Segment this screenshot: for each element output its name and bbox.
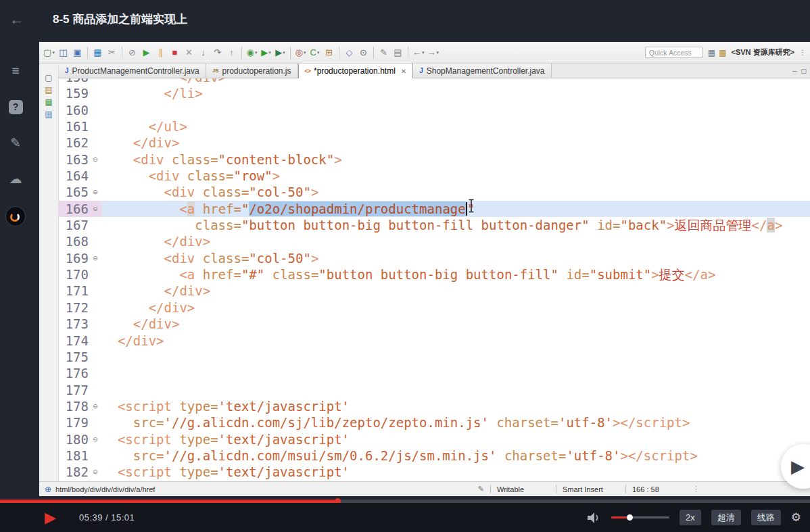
new-wizard-icon[interactable]: ▢▾ xyxy=(42,45,56,61)
disconnect-icon[interactable]: ✕ xyxy=(182,45,196,61)
line-number: 168 xyxy=(59,233,89,249)
toolbar-separator xyxy=(373,47,374,59)
avatar[interactable] xyxy=(0,206,31,226)
code-line-172[interactable]: 172 </div> xyxy=(59,299,810,316)
skip-breakpoints-icon[interactable]: ⊘ xyxy=(125,45,139,61)
search-icon[interactable]: ⊙ xyxy=(356,45,371,61)
tab-label: *productoperation.html xyxy=(314,66,396,76)
line-number: 162 xyxy=(59,135,89,151)
code-line-182[interactable]: 182⊖ <script type='text/javascript' xyxy=(59,464,810,480)
quality-button[interactable]: 超清 xyxy=(711,510,741,525)
forward-history-icon[interactable]: →▾ xyxy=(426,45,441,61)
fold-marker-icon[interactable]: ⊖ xyxy=(89,398,102,414)
code-text: </div> xyxy=(102,299,810,316)
code-line-170[interactable]: 170 <a href="#" class="button button-big… xyxy=(59,266,810,283)
playback-speed-button[interactable]: 2x xyxy=(680,510,701,525)
save-icon[interactable]: ◫ xyxy=(56,45,70,61)
resume-icon[interactable]: ▶ xyxy=(139,45,153,61)
code-text: src='//g.alicdn.com/sj/lib/zepto/zepto.m… xyxy=(102,414,810,431)
status-overflow-icon[interactable]: ⋮ xyxy=(692,485,700,493)
tab-label: productoperation.js xyxy=(222,66,291,76)
minimize-icon[interactable]: ─ xyxy=(792,68,796,74)
step-return-icon[interactable]: ↑ xyxy=(224,45,239,61)
run-icon[interactable]: ▶▾ xyxy=(259,45,273,61)
code-line-177[interactable]: 177 xyxy=(59,382,810,398)
step-over-icon[interactable]: ↷ xyxy=(210,45,224,61)
fold-marker-icon[interactable]: ⊖ xyxy=(89,431,102,448)
volume-handle[interactable] xyxy=(627,514,633,521)
code-line-178[interactable]: 178⊖ <script type='text/javascript' xyxy=(59,398,810,414)
external-tools-icon[interactable]: ▶▾ xyxy=(273,45,287,61)
code-line-175[interactable]: 175 xyxy=(59,349,810,365)
play-button[interactable]: ▶ xyxy=(45,510,56,525)
code-line-174[interactable]: 174 </div> xyxy=(59,333,810,349)
settings-gear-icon[interactable]: ⚙ xyxy=(791,510,801,525)
code-line-176[interactable]: 176 xyxy=(59,365,810,381)
step-into-icon[interactable]: ↓ xyxy=(196,45,210,61)
code-line-173[interactable]: 173 </div> xyxy=(59,316,810,332)
cut-icon[interactable]: ✂ xyxy=(105,45,119,61)
back-history-icon[interactable]: ←▾ xyxy=(411,45,426,61)
code-line-164[interactable]: 164 <div class="row"> xyxy=(59,168,810,184)
fold-marker-icon[interactable]: ⊖ xyxy=(89,184,102,200)
debug-icon[interactable]: ◉▾ xyxy=(245,45,259,61)
perspective-label[interactable]: <SVN 资源库研究> xyxy=(731,47,794,57)
toolbar-right: ▦▩ <SVN 资源库研究> ⋮ xyxy=(645,42,806,63)
volume-icon[interactable] xyxy=(588,512,601,523)
fold-spacer xyxy=(89,217,102,233)
fold-marker-icon[interactable]: ⊖ xyxy=(89,464,102,480)
maximize-icon[interactable]: ▢ xyxy=(801,68,807,74)
code-line-171[interactable]: 171 </div> xyxy=(59,283,810,299)
cloud-icon[interactable]: ☁ xyxy=(0,170,31,187)
code-line-180[interactable]: 180⊖ <script type='text/javascript' xyxy=(59,431,810,448)
code-line-163[interactable]: 163⊖ <div class="content-block"> xyxy=(59,151,810,168)
tab-shopmanagementcontroller-java[interactable]: JShopManagementController.java xyxy=(413,64,551,78)
new-package-icon[interactable]: ⊞ xyxy=(322,45,336,61)
restore-views-icon[interactable]: ▢ xyxy=(45,73,52,82)
fold-marker-icon[interactable]: ⊖ xyxy=(89,250,102,266)
code-line-158[interactable]: 158 </div> xyxy=(59,78,810,85)
tab--productoperation-html[interactable]: <>*productoperation.html✕ xyxy=(298,64,414,78)
code-line-167[interactable]: 167 class="button button-big button-fill… xyxy=(59,217,810,233)
project-explorer-icon[interactable]: ▤ xyxy=(45,85,52,95)
code-line-181[interactable]: 181 src='//g.alicdn.com/msui/sm/0.6.2/js… xyxy=(59,448,810,464)
code-line-169[interactable]: 169⊖ <div class="col-50"> xyxy=(59,250,810,266)
code-line-179[interactable]: 179 src='//g.alicdn.com/sj/lib/zepto/zep… xyxy=(59,414,810,431)
help-icon[interactable]: ? xyxy=(0,99,31,115)
svn-perspective-icon[interactable]: ▩ xyxy=(719,48,726,57)
outline-icon[interactable]: ▦ xyxy=(45,97,52,107)
volume-slider[interactable] xyxy=(611,516,669,518)
back-button[interactable]: ← xyxy=(9,0,24,39)
code-line-161[interactable]: 161 </ul> xyxy=(59,118,810,135)
code-line-166[interactable]: 166⊖ <a href="/o2o/shopadmin/productmana… xyxy=(59,201,810,217)
perspective-overflow-icon[interactable]: ⋮ xyxy=(799,49,806,56)
code-line-168[interactable]: 168 </div> xyxy=(59,233,810,249)
code-line-160[interactable]: 160 xyxy=(59,102,810,118)
coverage-icon[interactable]: ◎▾ xyxy=(293,45,308,61)
annotations-icon[interactable]: ▤ xyxy=(391,45,405,61)
mark-occurrences-icon[interactable]: ✎ xyxy=(377,45,391,61)
notes-icon[interactable]: ✎ xyxy=(0,135,31,151)
open-type-icon[interactable]: ◇ xyxy=(342,45,356,61)
new-class-icon[interactable]: C▾ xyxy=(308,45,322,61)
line-gutter: 177 xyxy=(59,382,102,398)
open-perspective-icon[interactable]: ▦ xyxy=(708,48,715,57)
fold-marker-icon[interactable]: ⊖ xyxy=(89,201,102,217)
menu-icon[interactable]: ≡ xyxy=(0,63,31,79)
console-view-icon[interactable]: ▥ xyxy=(45,110,52,119)
console-icon[interactable]: ▦ xyxy=(91,45,105,61)
tab-productoperation-js[interactable]: JSproductoperation.js xyxy=(206,64,298,78)
code-line-159[interactable]: 159 </li> xyxy=(59,85,810,101)
terminate-icon[interactable]: ■ xyxy=(168,45,182,61)
suspend-icon[interactable]: ∥ xyxy=(153,45,168,61)
code-line-162[interactable]: 162 </div> xyxy=(59,135,810,151)
ide-toolbar: ▢▾◫▣▦✂⊘▶∥■✕↓↷↑◉▾▶▾▶▾◎▾C▾⊞◇⊙✎▤←▾→▾ ▦▩ <SV… xyxy=(39,42,810,64)
quick-access-input[interactable] xyxy=(645,47,703,58)
code-editor[interactable]: 158 </div>159 </li>160161 </ul>162 </div… xyxy=(59,78,810,481)
code-line-165[interactable]: 165⊖ <div class="col-50"> xyxy=(59,184,810,200)
save-all-icon[interactable]: ▣ xyxy=(70,45,85,61)
fold-marker-icon[interactable]: ⊖ xyxy=(89,151,102,168)
tab-productmanagementcontroller-java[interactable]: JProductManagementController.java xyxy=(59,64,206,78)
close-tab-icon[interactable]: ✕ xyxy=(401,68,406,75)
route-button[interactable]: 线路 xyxy=(751,510,781,525)
